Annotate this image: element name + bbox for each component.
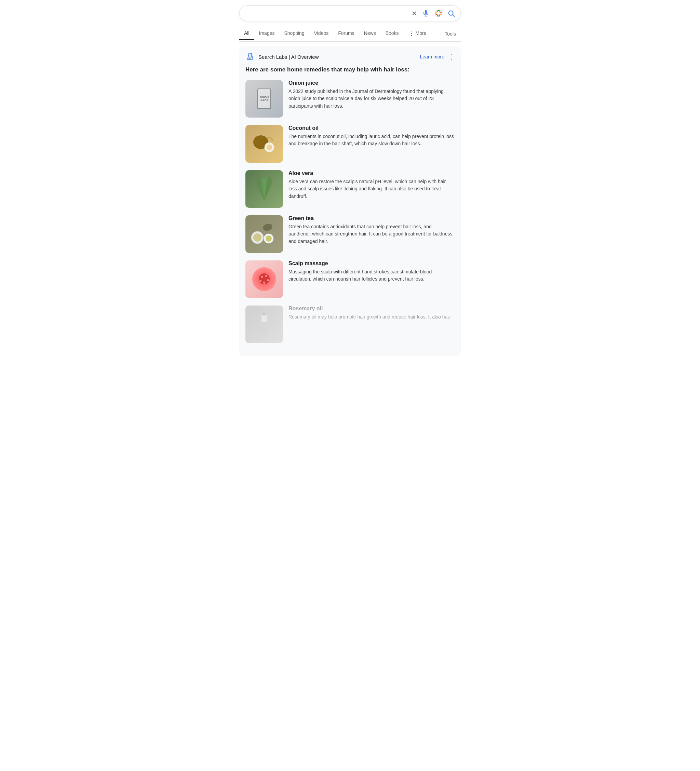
greentea-icon [249,219,280,249]
remedy-coconut-oil: Coconut oil The nutrients in coconut oil… [246,125,454,163]
svg-point-13 [250,59,251,59]
remedy-aloe-vera: Aloe vera Aloe vera can restore the scal… [246,170,454,208]
ai-header: Search Labs | AI Overview Learn more ⋮ [246,52,454,62]
ai-intro-text: Here are some home remedies that may hel… [246,66,454,74]
tab-more[interactable]: ⋮ More [404,26,431,41]
tab-forums[interactable]: Forums [333,27,359,40]
more-options-icon: ⋮ [448,53,454,61]
remedy-rosemary-image [246,306,283,343]
nav-tabs: All Images Shopping Videos Forums News B… [239,26,461,42]
close-icon [411,10,417,16]
svg-point-27 [259,280,262,282]
tab-tools[interactable]: Tools [440,28,461,40]
svg-rect-2 [425,10,427,14]
rosemary-oil-title: Rosemary oil [288,306,450,312]
svg-point-21 [262,223,273,232]
tab-books[interactable]: Books [381,27,404,40]
coconut-icon [251,130,278,158]
flask-icon [246,52,255,62]
tab-news[interactable]: News [359,27,381,40]
svg-point-11 [249,57,250,59]
remedy-rosemary-oil: Rosemary oil Rosemary oil may help promo… [246,306,454,343]
svg-point-23 [261,276,263,278]
remedy-list: ONIONJUICE Onion juice A 2022 study publ… [246,80,454,343]
onion-juice-title: Onion juice [288,80,454,86]
voice-search-button[interactable] [422,10,430,17]
onion-bottle-label: ONIONJUICE [257,88,271,109]
remedy-greentea-image [246,215,283,253]
svg-point-18 [253,233,262,242]
clear-button[interactable] [411,10,417,16]
tab-shopping[interactable]: Shopping [279,27,309,40]
remedy-scalp-massage: Scalp massage Massaging the scalp with d… [246,260,454,298]
search-bar: home remedies for hair loss [239,5,461,21]
onion-juice-desc: A 2022 study published in the Journal of… [288,88,454,110]
svg-line-7 [453,15,454,16]
svg-rect-28 [261,321,268,335]
tab-all[interactable]: All [239,27,254,40]
massager-svg [257,272,272,287]
remedy-onion-image: ONIONJUICE [246,80,283,117]
google-lens-icon [435,9,443,18]
aloe-vera-desc: Aloe vera can restore the scalp's natura… [288,178,454,200]
svg-point-16 [267,145,272,150]
svg-point-26 [263,281,265,284]
svg-point-24 [265,275,267,277]
green-tea-desc: Green tea contains antioxidants that can… [288,223,454,246]
aloe-icon [251,174,278,204]
svg-rect-30 [262,313,266,316]
microphone-icon [422,10,430,17]
ai-learn-more[interactable]: Learn more ⋮ [420,53,454,61]
remedy-onion-juice: ONIONJUICE Onion juice A 2022 study publ… [246,80,454,117]
svg-point-20 [265,236,272,242]
search-icon [448,10,455,17]
scalp-massager-icon [252,267,276,291]
svg-point-12 [251,57,252,58]
scalp-massage-desc: Massaging the scalp with different hand … [288,268,454,283]
learn-more-text: Learn more [420,54,444,59]
search-icons [411,9,455,18]
ai-title: Search Labs | AI Overview [259,54,319,60]
remedy-coconut-image [246,125,283,163]
remedy-scalp-image [246,260,283,298]
tab-images[interactable]: Images [254,27,280,40]
search-button[interactable] [448,10,455,17]
ai-header-left: Search Labs | AI Overview [246,52,319,62]
ai-overview-section: Search Labs | AI Overview Learn more ⋮ H… [239,47,461,356]
remedy-green-tea: Green tea Green tea contains antioxidant… [246,215,454,253]
coconut-oil-title: Coconut oil [288,125,454,131]
more-dots-icon: ⋮ [409,29,415,37]
coconut-oil-desc: The nutrients in coconut oil, including … [288,133,454,148]
rosemary-oil-desc: Rosemary oil may help promote hair growt… [288,313,450,321]
rosemary-icon [254,311,275,338]
green-tea-title: Green tea [288,215,454,221]
search-input[interactable]: home remedies for hair loss [245,10,408,17]
aloe-vera-title: Aloe vera [288,170,454,176]
scalp-massage-title: Scalp massage [288,260,454,267]
tab-videos[interactable]: Videos [309,27,334,40]
lens-search-button[interactable] [435,9,443,18]
remedy-aloe-image [246,170,283,208]
svg-point-25 [267,279,269,281]
